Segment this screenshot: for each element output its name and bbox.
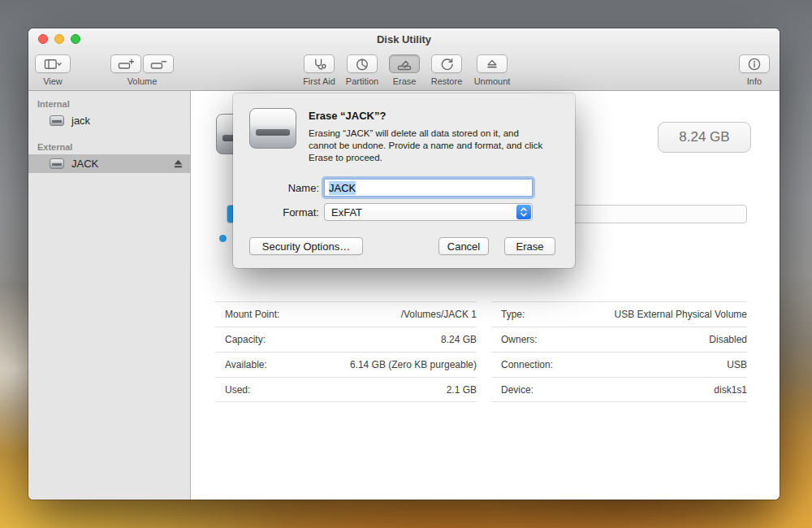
info-label: Info [732, 76, 777, 86]
toolbar-unmount: Unmount [467, 54, 517, 86]
unmount-eject-icon-button[interactable] [477, 54, 508, 73]
table-row: Used: 2.1 GB [215, 377, 477, 402]
name-input[interactable]: JACK [324, 179, 533, 197]
info-table-right: Type: USB External Physical Volume Owner… [491, 301, 747, 402]
sidebar-section-external: External [37, 142, 190, 152]
erase-label: Erase [382, 76, 427, 86]
external-drive-icon [249, 108, 296, 149]
format-selected-value: ExFAT [331, 206, 362, 219]
toolbar-view-group: View [30, 54, 76, 86]
partition-pie-icon [354, 58, 370, 71]
table-row: Owners: Disabled [491, 327, 747, 352]
erase-dialog: Erase “JACK”? Erasing “JACK” will delete… [233, 93, 575, 268]
dialog-message: Erasing “JACK” will delete all data stor… [309, 128, 549, 164]
info-value: disk1s1 [714, 384, 747, 396]
toolbar-info: Info [732, 54, 777, 86]
dropdown-arrows-icon [516, 205, 531, 219]
volume-label: Volume [106, 76, 178, 86]
eject-volume-button[interactable] [173, 158, 184, 169]
selected-text: JACK [329, 181, 356, 195]
restore-label: Restore [424, 76, 469, 86]
security-options-button[interactable]: Security Options… [249, 237, 363, 255]
format-field-label: Format: [249, 206, 319, 219]
info-label: Available: [215, 359, 267, 370]
add-volume-button[interactable] [110, 54, 141, 73]
legend-dot-used [219, 235, 227, 242]
info-table-left: Mount Point: /Volumes/JACK 1 Capacity: 8… [215, 301, 477, 402]
info-value: USB [727, 359, 747, 370]
info-value: Disabled [709, 334, 747, 345]
stethoscope-icon [311, 58, 327, 71]
partition-label: Partition [339, 76, 385, 86]
info-value: 6.14 GB (Zero KB purgeable) [350, 359, 477, 370]
name-field-label: Name: [249, 182, 319, 194]
info-label: Used: [215, 384, 250, 396]
sidebar: Internal jack External JACK [28, 91, 191, 500]
info-label: Capacity: [215, 334, 266, 345]
erase-button[interactable] [389, 54, 420, 73]
info-value: /Volumes/JACK 1 [401, 309, 477, 320]
dialog-title: Erase “JACK”? [309, 110, 386, 122]
remove-volume-icon [150, 58, 167, 71]
info-icon [746, 58, 762, 71]
external-drive-icon-small [50, 158, 64, 169]
info-label: Connection: [491, 359, 553, 370]
restore-arrow-icon [438, 58, 455, 71]
capacity-badge: 8.24 GB [658, 122, 751, 153]
view-grid-icon [44, 58, 62, 71]
sidebar-item-JACK[interactable]: JACK [28, 154, 190, 173]
view-label: View [30, 76, 76, 86]
table-row: Device: disk1s1 [491, 377, 747, 402]
desktop-background: Disk Utility View [0, 0, 812, 528]
info-value: 2.1 GB [447, 384, 477, 396]
toolbar-volume-group: Volume [106, 54, 178, 86]
toolbar-first-aid: First Aid [296, 54, 342, 86]
partition-button[interactable] [347, 54, 378, 73]
window-chrome: Disk Utility View [28, 28, 780, 91]
info-label: Type: [491, 309, 525, 320]
sidebar-item-label: jack [71, 115, 90, 127]
info-label: Device: [491, 384, 533, 396]
toolbar: View [28, 50, 780, 91]
add-volume-icon [118, 58, 135, 71]
view-button[interactable] [35, 54, 71, 73]
info-label: Owners: [491, 334, 538, 345]
table-row: Type: USB External Physical Volume [491, 301, 747, 327]
cancel-button[interactable]: Cancel [438, 237, 489, 255]
titlebar: Disk Utility [28, 28, 780, 50]
toolbar-restore: Restore [424, 54, 469, 86]
table-row: Connection: USB [491, 352, 747, 377]
disk-utility-window: Disk Utility View [28, 28, 780, 500]
first-aid-label: First Aid [296, 76, 342, 86]
sidebar-section-internal: Internal [37, 99, 190, 109]
unmount-label: Unmount [467, 76, 517, 86]
erase-confirm-button[interactable]: Erase [504, 237, 555, 255]
first-aid-button[interactable] [304, 54, 335, 73]
table-row: Capacity: 8.24 GB [215, 327, 477, 352]
format-select[interactable]: ExFAT [324, 203, 533, 221]
info-label: Mount Point: [215, 309, 279, 320]
toolbar-partition: Partition [339, 54, 385, 86]
internal-drive-icon [50, 115, 64, 126]
remove-volume-button[interactable] [143, 54, 174, 73]
sidebar-item-label: JACK [71, 158, 98, 170]
eraser-icon [396, 58, 412, 71]
toolbar-erase: Erase [382, 54, 427, 86]
eject-icon [484, 58, 500, 71]
info-value: USB External Physical Volume [615, 309, 747, 320]
info-value: 8.24 GB [441, 334, 477, 345]
restore-button[interactable] [431, 54, 462, 73]
sidebar-item-jack[interactable]: jack [28, 111, 190, 130]
window-title: Disk Utility [28, 28, 780, 50]
table-row: Available: 6.14 GB (Zero KB purgeable) [215, 352, 477, 377]
info-button[interactable] [739, 54, 770, 73]
table-row: Mount Point: /Volumes/JACK 1 [215, 301, 477, 327]
